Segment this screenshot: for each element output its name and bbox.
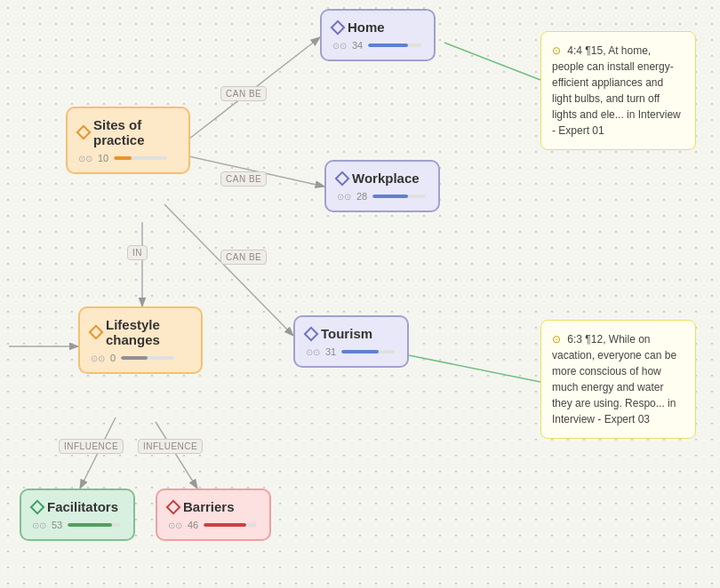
bar-fill [341, 350, 379, 354]
connector-label-canbe-3: CAN BE [220, 250, 267, 265]
node-tourism[interactable]: Tourism ⊙⊙ 31 [293, 315, 409, 368]
count-icon: ⊙⊙ [337, 192, 351, 202]
node-workplace[interactable]: Workplace ⊙⊙ 28 [324, 160, 440, 212]
node-title-lifestyle: Lifestyle changes [106, 317, 160, 347]
bar-track [68, 523, 121, 527]
bar-track [204, 523, 257, 527]
connector-label-influence-1: INFLUENCE [59, 439, 124, 454]
node-title-home: Home [348, 20, 385, 35]
info-card-2-text: 6:3 ¶12, While on vacation, everyone can… [552, 333, 676, 425]
node-home[interactable]: Home ⊙⊙ 34 [320, 9, 436, 61]
bar-fill [368, 44, 408, 47]
bar-track [341, 350, 395, 354]
node-count-lifestyle: 0 [110, 353, 116, 363]
node-title-tourism: Tourism [321, 326, 372, 341]
node-title-facilitators: Facilitators [47, 499, 118, 514]
connector-label-canbe-1: CAN BE [220, 86, 267, 101]
connector-label-influence-2: INFLUENCE [138, 439, 203, 454]
bar-track [372, 195, 426, 198]
bar-fill [114, 156, 132, 160]
count-icon: ⊙⊙ [332, 41, 347, 51]
node-count-tourism: 31 [325, 346, 336, 357]
count-icon: ⊙⊙ [306, 347, 320, 357]
node-lifestyle-changes[interactable]: Lifestyle changes ⊙⊙ 0 [78, 306, 203, 374]
node-count-facilitators: 53 [52, 520, 62, 530]
info-card-1-text: 4:4 ¶15, At home, people can install ene… [552, 44, 681, 137]
diamond-icon [331, 20, 346, 35]
info-card-2: ⊙ 6:3 ¶12, While on vacation, everyone c… [540, 320, 696, 439]
bar-fill [372, 195, 408, 198]
connector-label-canbe-2: CAN BE [220, 171, 267, 187]
node-title-workplace: Workplace [352, 171, 420, 186]
diamond-icon [166, 499, 181, 514]
bar-track [368, 44, 421, 47]
node-count-barriers: 46 [188, 520, 198, 530]
bar-track [121, 356, 174, 360]
node-sites-of-practice[interactable]: Sites of practice ⊙⊙ 10 [66, 107, 190, 174]
node-barriers[interactable]: Barriers ⊙⊙ 46 [156, 489, 271, 541]
count-icon: ⊙⊙ [78, 154, 92, 163]
bar-fill [68, 523, 112, 527]
node-count-home: 34 [352, 40, 363, 51]
node-count-workplace: 28 [356, 191, 367, 202]
count-icon: ⊙⊙ [168, 520, 182, 530]
diamond-icon [89, 325, 104, 340]
node-count-sites: 10 [98, 153, 108, 163]
count-icon: ⊙⊙ [91, 354, 105, 363]
node-title-barriers: Barriers [183, 499, 235, 514]
info-card-1: ⊙ 4:4 ¶15, At home, people can install e… [540, 31, 696, 150]
info-icon-2: ⊙ [552, 333, 561, 346]
bar-track [114, 156, 167, 160]
count-icon: ⊙⊙ [32, 520, 46, 530]
diamond-icon [304, 326, 319, 341]
diamond-icon [335, 171, 350, 186]
info-icon-1: ⊙ [552, 44, 561, 57]
bar-fill [121, 356, 148, 360]
node-facilitators[interactable]: Facilitators ⊙⊙ 53 [20, 489, 135, 541]
bar-fill [204, 523, 246, 527]
connector-label-in: IN [127, 245, 148, 260]
node-title-sites: Sites of practice [93, 117, 145, 147]
diamond-icon [30, 499, 45, 514]
diamond-icon [76, 125, 92, 140]
